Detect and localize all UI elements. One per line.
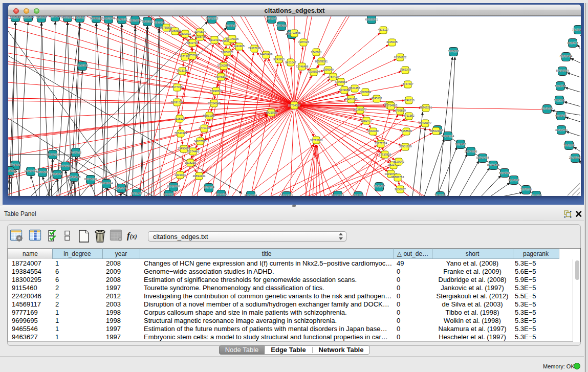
svg-text:62702895: 62702895 — [288, 31, 300, 34]
svg-text:8708317: 8708317 — [163, 193, 174, 196]
svg-text:65787133: 65787133 — [206, 17, 218, 20]
svg-text:0812191: 0812191 — [554, 99, 564, 102]
svg-text:73178108: 73178108 — [572, 28, 581, 31]
svg-text:3518233: 3518233 — [185, 161, 195, 164]
svg-text:71906594: 71906594 — [308, 70, 320, 73]
svg-text:3953767: 3953767 — [36, 16, 47, 19]
svg-text:87277434: 87277434 — [245, 194, 257, 196]
svg-text:5430391: 5430391 — [142, 20, 153, 23]
svg-text:81754965: 81754965 — [385, 104, 397, 107]
svg-text:1491905: 1491905 — [233, 45, 244, 48]
svg-text:3285884: 3285884 — [360, 91, 371, 94]
svg-text:6204505: 6204505 — [499, 171, 510, 174]
svg-text:1969379: 1969379 — [400, 68, 410, 71]
svg-text:9521456: 9521456 — [349, 86, 360, 90]
svg-text:1399049: 1399049 — [322, 68, 333, 71]
svg-text:7187026: 7187026 — [298, 40, 309, 43]
svg-text:2787429: 2787429 — [328, 75, 338, 78]
svg-text:65648236: 65648236 — [84, 178, 97, 181]
svg-text:27354549: 27354549 — [208, 102, 220, 105]
svg-text:01429401: 01429401 — [25, 169, 37, 172]
svg-text:76945314: 76945314 — [215, 75, 227, 78]
svg-text:62729806: 62729806 — [167, 185, 180, 188]
svg-text:6998543: 6998543 — [555, 114, 566, 117]
svg-text:2421024: 2421024 — [175, 173, 185, 177]
svg-text:5674680: 5674680 — [339, 89, 350, 92]
svg-text:1824493: 1824493 — [455, 143, 466, 146]
svg-text:6193990: 6193990 — [541, 107, 552, 110]
svg-text:02606474: 02606474 — [560, 55, 572, 58]
svg-text:9421047: 9421047 — [285, 61, 296, 64]
svg-text:6658760: 6658760 — [353, 194, 363, 196]
svg-text:5030564: 5030564 — [23, 16, 33, 19]
svg-text:4216073: 4216073 — [531, 194, 541, 196]
svg-text:61595148: 61595148 — [68, 176, 80, 179]
svg-text:34874016: 34874016 — [465, 150, 477, 153]
svg-text:37996507: 37996507 — [210, 90, 222, 93]
svg-text:8721489: 8721489 — [131, 192, 142, 195]
svg-text:71746488: 71746488 — [296, 65, 308, 68]
svg-text:82175946: 82175946 — [226, 37, 238, 40]
svg-text:3482477: 3482477 — [361, 119, 372, 122]
svg-text:1627204: 1627204 — [203, 186, 214, 189]
svg-text:55886753: 55886753 — [391, 176, 404, 179]
svg-text:60385977: 60385977 — [354, 108, 366, 111]
svg-text:7889579: 7889579 — [215, 193, 226, 196]
svg-text:39502402: 39502402 — [430, 129, 442, 133]
svg-text:5240824: 5240824 — [194, 30, 205, 33]
svg-text:9636057: 9636057 — [395, 188, 405, 191]
svg-text:7346706: 7346706 — [434, 194, 445, 196]
svg-text:62386922: 62386922 — [394, 56, 406, 59]
svg-text:7991183: 7991183 — [563, 144, 574, 147]
svg-text:13433200: 13433200 — [47, 153, 59, 156]
svg-text:0330923: 0330923 — [180, 32, 190, 35]
svg-text:18724007: 18724007 — [288, 104, 300, 107]
svg-text:4896383: 4896383 — [77, 64, 88, 67]
svg-text:29946804: 29946804 — [100, 182, 113, 185]
svg-text:34624751: 34624751 — [555, 128, 568, 132]
svg-text:25135427: 25135427 — [569, 156, 581, 159]
svg-text:1031051: 1031051 — [266, 17, 277, 20]
svg-text:98084124: 98084124 — [442, 135, 454, 138]
svg-text:49894134: 49894134 — [193, 174, 205, 178]
svg-text:3158692: 3158692 — [508, 179, 519, 182]
svg-text:74367136: 74367136 — [248, 47, 260, 50]
svg-text:67737826: 67737826 — [379, 153, 391, 156]
svg-text:34957885: 34957885 — [194, 140, 206, 143]
svg-text:51462704: 51462704 — [102, 17, 115, 20]
svg-text:9743953: 9743953 — [273, 58, 284, 61]
svg-text:6690967: 6690967 — [374, 185, 384, 188]
svg-text:13493618: 13493618 — [178, 147, 190, 150]
svg-text:75869261: 75869261 — [420, 106, 432, 109]
svg-text:8421020: 8421020 — [266, 111, 276, 114]
svg-text:15451680: 15451680 — [345, 98, 357, 101]
svg-text:8327648: 8327648 — [10, 16, 20, 19]
svg-text:81223623: 81223623 — [332, 194, 344, 196]
svg-text:31713900: 31713900 — [310, 139, 322, 142]
svg-text:4060883: 4060883 — [52, 172, 62, 176]
svg-text:5098393: 5098393 — [225, 24, 236, 27]
svg-text:3387262: 3387262 — [448, 50, 459, 53]
svg-text:9413186: 9413186 — [177, 69, 187, 72]
svg-text:85574443: 85574443 — [187, 150, 199, 153]
svg-text:71756551: 71756551 — [335, 80, 347, 83]
svg-text:2328120: 2328120 — [174, 117, 185, 120]
svg-text:96405377: 96405377 — [419, 121, 431, 124]
svg-text:3747407: 3747407 — [402, 82, 413, 85]
svg-text:96532871: 96532871 — [61, 16, 74, 19]
svg-text:94406409: 94406409 — [260, 53, 272, 56]
svg-text:3709859: 3709859 — [395, 109, 405, 112]
svg-text:76320163: 76320163 — [59, 164, 72, 167]
svg-text:34714345: 34714345 — [280, 194, 293, 196]
svg-text:32931839: 32931839 — [399, 145, 411, 148]
svg-text:51850671: 51850671 — [221, 51, 233, 54]
svg-text:4738299: 4738299 — [276, 24, 287, 27]
svg-text:4316117: 4316117 — [378, 28, 388, 31]
svg-text:1326773: 1326773 — [567, 41, 578, 45]
svg-text:54145868: 54145868 — [8, 169, 16, 172]
svg-text:1671902: 1671902 — [179, 55, 190, 58]
svg-text:1745961: 1745961 — [311, 51, 321, 54]
svg-text:36995777: 36995777 — [115, 187, 127, 190]
svg-text:3529042: 3529042 — [393, 160, 404, 163]
svg-text:5158506: 5158506 — [401, 129, 411, 133]
